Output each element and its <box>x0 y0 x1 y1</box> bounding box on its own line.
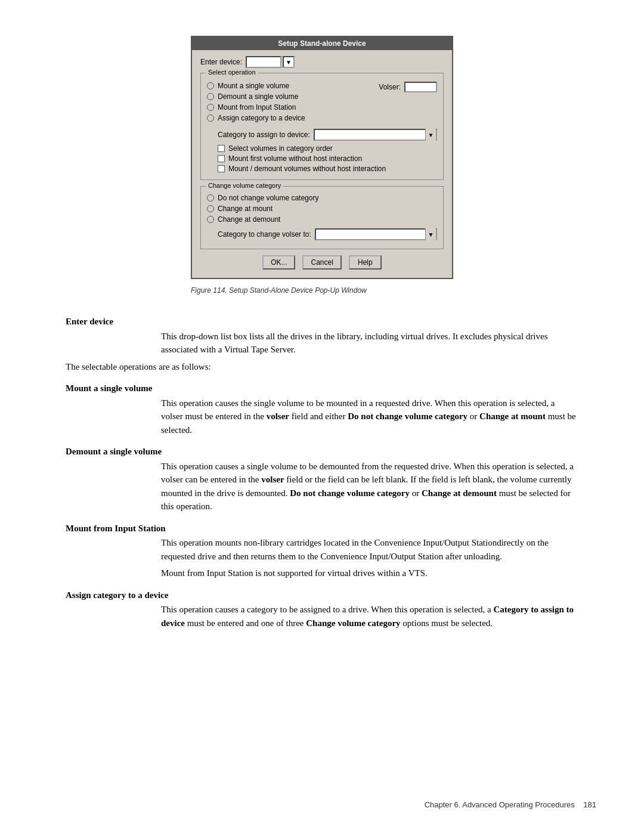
enter-device-row: Enter device: ▼ <box>200 56 444 68</box>
section-mount-input-text: This operation mounts non-library cartri… <box>161 536 578 563</box>
enter-device-input[interactable] <box>246 56 281 68</box>
radio-mount-single-label: Mount a single volume <box>218 82 289 90</box>
select-operation-group: Select operation Mount a single volume D… <box>200 73 444 180</box>
radio-demount-single[interactable]: Demount a single volume <box>207 92 373 101</box>
radio-assign-category-label: Assign category to a device <box>218 114 305 122</box>
category-assign-dropdown-btn[interactable]: ▼ <box>425 129 436 141</box>
page-number: 181 <box>583 800 596 809</box>
category-change-label: Category to change volser to: <box>218 230 311 239</box>
checkbox-mount-demount-icon <box>218 165 225 172</box>
page-footer: Chapter 6. Advanced Operating Procedures… <box>425 800 596 809</box>
change-volume-group: Change volume category Do not change vol… <box>200 186 444 249</box>
select-operation-title: Select operation <box>206 69 258 76</box>
enter-device-dropdown[interactable]: ▼ <box>283 56 295 68</box>
doc-content: Enter device This drop-down list box lis… <box>66 306 578 633</box>
enter-device-label: Enter device: <box>200 58 242 66</box>
checkbox-select-volumes-icon <box>218 145 225 152</box>
section-demount-single-text: This operation causes a single volume to… <box>161 460 578 513</box>
radio-no-change[interactable]: Do not change volume category <box>207 194 437 202</box>
volser-label: Volser: <box>379 83 401 91</box>
radio-assign-category-icon <box>207 114 214 122</box>
chapter-text: Chapter 6. Advanced Operating Procedures <box>425 800 575 809</box>
setup-dialog: Setup Stand-alone Device Enter device: ▼… <box>191 36 453 279</box>
radio-assign-category[interactable]: Assign category to a device <box>207 114 373 122</box>
radio-change-demount[interactable]: Change at demount <box>207 215 437 224</box>
category-assign-label: Category to assign to device: <box>218 131 310 139</box>
dialog-buttons: OK... Cancel Help <box>200 255 444 272</box>
section-mount-single: Mount a single volume This operation cau… <box>66 382 578 436</box>
change-volume-title: Change volume category <box>206 182 283 189</box>
radio-change-mount-label: Change at mount <box>218 205 273 213</box>
help-button[interactable]: Help <box>349 255 382 270</box>
section-demount-single: Demount a single volume This operation c… <box>66 445 578 513</box>
radio-change-demount-label: Change at demount <box>218 215 280 224</box>
checkbox-mount-first[interactable]: Mount first volume without host interact… <box>218 154 437 163</box>
radio-change-demount-icon <box>207 216 214 223</box>
checkbox-select-volumes-label: Select volumes in category order <box>228 144 333 153</box>
figure-caption: Figure 114. Setup Stand-Alone Device Pop… <box>191 286 453 295</box>
category-change-dropdown-btn[interactable]: ▼ <box>425 228 436 240</box>
section-assign-category: Assign category to a device This operati… <box>66 589 578 630</box>
radio-mount-single[interactable]: Mount a single volume <box>207 82 373 90</box>
section-assign-category-heading: Assign category to a device <box>66 589 578 602</box>
checkbox-mount-demount[interactable]: Mount / demount volumes without host int… <box>218 165 437 173</box>
section-demount-single-heading: Demount a single volume <box>66 445 578 459</box>
radio-mount-input[interactable]: Mount from Input Station <box>207 103 373 112</box>
category-assign-dropdown[interactable]: ▼ <box>314 129 437 141</box>
checkbox-mount-first-label: Mount first volume without host interact… <box>228 154 362 163</box>
checkbox-mount-demount-label: Mount / demount volumes without host int… <box>228 165 386 173</box>
dialog-wrapper: Setup Stand-alone Device Enter device: ▼… <box>191 36 453 279</box>
section-mount-input-heading: Mount from Input Station <box>66 522 578 535</box>
checkboxes-group: Select volumes in category order Mount f… <box>218 144 437 173</box>
section-enter-device-heading: Enter device <box>66 315 578 329</box>
section-enter-device-text: This drop-down list box lists all the dr… <box>161 330 578 357</box>
section-mount-single-text: This operation causes the single volume … <box>161 397 578 437</box>
volser-input[interactable] <box>404 82 437 92</box>
section-mount-input: Mount from Input Station This operation … <box>66 522 578 580</box>
radio-change-mount[interactable]: Change at mount <box>207 205 437 213</box>
section-assign-category-text: This operation causes a category to be a… <box>161 603 578 630</box>
ok-button[interactable]: OK... <box>262 255 295 270</box>
radio-mount-input-icon <box>207 104 214 111</box>
operations-intro: The selectable operations are as follows… <box>66 360 578 374</box>
radio-no-change-icon <box>207 194 214 202</box>
category-change-row: Category to change volser to: ▼ <box>218 228 437 240</box>
section-mount-input-extra: Mount from Input Station is not supporte… <box>161 566 578 580</box>
checkbox-select-volumes[interactable]: Select volumes in category order <box>218 144 437 153</box>
section-enter-device: Enter device This drop-down list box lis… <box>66 315 578 357</box>
radio-demount-single-icon <box>207 93 214 100</box>
radio-mount-single-icon <box>207 82 214 89</box>
radio-change-mount-icon <box>207 205 214 212</box>
radio-no-change-label: Do not change volume category <box>218 194 318 202</box>
dialog-title: Setup Stand-alone Device <box>192 37 452 50</box>
category-assign-row: Category to assign to device: ▼ <box>218 129 437 141</box>
radio-demount-single-label: Demount a single volume <box>218 92 298 101</box>
checkbox-mount-first-icon <box>218 155 225 162</box>
category-change-dropdown[interactable]: ▼ <box>315 228 437 240</box>
section-mount-single-heading: Mount a single volume <box>66 382 578 395</box>
radio-mount-input-label: Mount from Input Station <box>218 103 296 112</box>
cancel-button[interactable]: Cancel <box>302 255 341 270</box>
